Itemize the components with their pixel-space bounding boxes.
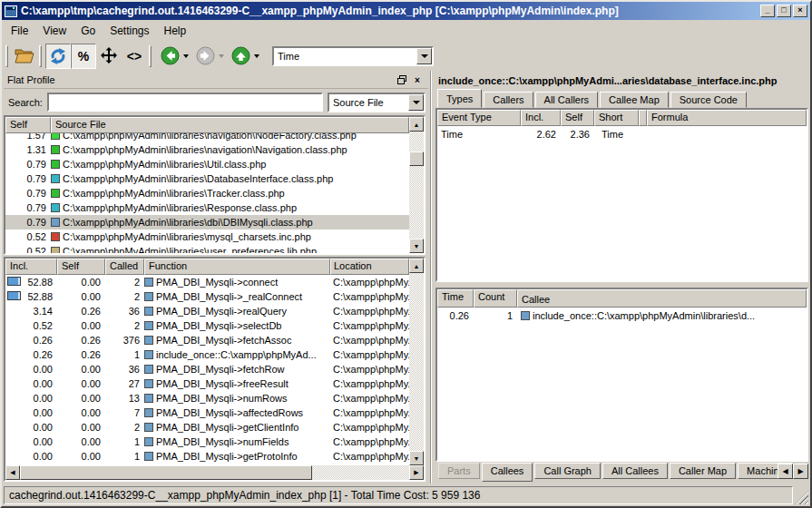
callee-name: include_once::C:\xampp\phpMyAdmin\librar…	[517, 308, 807, 324]
event-type-row[interactable]: Time 2.62 2.36 Time	[437, 126, 807, 142]
column-header-callee[interactable]: Callee	[517, 289, 807, 308]
scroll-down-button[interactable]: ▼	[409, 451, 424, 465]
tab-call-graph[interactable]: Call Graph	[534, 463, 601, 479]
column-header-self[interactable]: Self	[561, 110, 594, 126]
combobox-arrow-button[interactable]	[408, 94, 424, 111]
function-row[interactable]: 0.00 0.00 36 PMA_DBI_Mysqli->fetchRow C:…	[5, 362, 409, 376]
tab-callees[interactable]: Callees	[482, 463, 533, 482]
tab-all-callees[interactable]: All Callees	[602, 463, 668, 479]
tab-all-callers[interactable]: All Callers	[535, 92, 599, 108]
scroll-right-button[interactable]: ▶	[409, 465, 424, 480]
toolbar-grip[interactable]	[39, 45, 42, 67]
file-row[interactable]: 0.79 C:\xampp\phpMyAdmin\libraries\Track…	[5, 186, 409, 200]
function-row[interactable]: 0.00 0.00 2 PMA_DBI_Mysqli->getClientInf…	[5, 420, 409, 435]
file-row[interactable]: 0.52 C:\xampp\phpMyAdmin\libraries\user_…	[5, 244, 409, 253]
function-row[interactable]: 0.00 0.00 1 PMA_DBI_Mysqli->numFields C:…	[5, 435, 409, 449]
column-header-self[interactable]: Self	[5, 117, 51, 133]
column-header-formula[interactable]: Formula	[647, 110, 807, 126]
syscall-hide-button[interactable]: <>	[122, 44, 147, 69]
file-row[interactable]: 1.31 C:\xampp\phpMyAdmin\libraries\navig…	[5, 142, 409, 157]
up-dropdown[interactable]	[254, 54, 259, 61]
file-list-vscrollbar[interactable]: ▲ ▼	[409, 117, 424, 253]
column-header-count[interactable]: Count	[474, 289, 517, 308]
column-header-location[interactable]: Location	[330, 259, 409, 275]
menu-go[interactable]: Go	[73, 22, 103, 40]
function-row[interactable]: 0.00 0.00 27 PMA_DBI_Mysqli->freeResult …	[5, 376, 409, 391]
float-icon	[397, 75, 406, 84]
column-header-short[interactable]: Short	[594, 110, 639, 126]
column-header-spacer[interactable]	[639, 110, 647, 126]
callee-row[interactable]: 0.26 1 include_once::C:\xampp\phpMyAdmin…	[437, 308, 807, 324]
scroll-up-button[interactable]: ▲	[409, 117, 424, 132]
maximize-button[interactable]: □	[777, 5, 791, 17]
group-by-combobox[interactable]: Source File	[328, 93, 426, 112]
scroll-track[interactable]	[312, 465, 409, 480]
forward-dropdown[interactable]	[219, 54, 224, 61]
function-row[interactable]: 0.26 0.26 376 PMA_DBI_Mysqli->fetchAssoc…	[5, 333, 409, 347]
function-row[interactable]: 0.52 0.00 2 PMA_DBI_Mysqli->selectDb C:\…	[5, 318, 409, 333]
scroll-left-button[interactable]: ◀	[5, 465, 20, 480]
column-header-self[interactable]: Self	[57, 259, 105, 275]
cycle-detection-button[interactable]	[45, 44, 71, 69]
file-row[interactable]: 0.79 C:\xampp\phpMyAdmin\libraries\Respo…	[5, 200, 409, 215]
column-header-time[interactable]: Time	[437, 289, 474, 308]
relative-percent-button[interactable]: %	[71, 44, 96, 69]
scroll-thumb[interactable]	[20, 465, 312, 480]
function-name: include_once::C:\xampp\phpMyAd...	[144, 347, 330, 362]
menu-view[interactable]: View	[35, 22, 73, 40]
up-button[interactable]	[228, 44, 253, 69]
function-row[interactable]: 52.88 0.00 2 PMA_DBI_Mysqli->connect C:\…	[5, 275, 409, 289]
column-header-source-file[interactable]: Source File	[51, 117, 409, 133]
column-header-function[interactable]: Function	[144, 259, 330, 275]
function-row[interactable]: 52.88 0.00 2 PMA_DBI_Mysqli->_realConnec…	[5, 289, 409, 304]
search-input[interactable]	[47, 93, 323, 112]
function-row[interactable]: 0.26 0.26 1 include_once::C:\xampp\phpMy…	[5, 347, 409, 362]
column-header-incl[interactable]: Incl.	[5, 259, 57, 275]
file-row-selected[interactable]: 0.79 C:\xampp\phpMyAdmin\libraries\dbi\D…	[5, 215, 409, 230]
tab-callers[interactable]: Callers	[484, 92, 533, 108]
event-type-combobox[interactable]: Time	[272, 46, 434, 66]
spacer-cell	[639, 126, 647, 142]
function-row[interactable]: 0.00 0.00 1 PMA_DBI_Mysqli->getProtoInfo…	[5, 449, 409, 464]
tab-source-code[interactable]: Source Code	[670, 92, 747, 108]
file-row[interactable]: 0.52 C:\xampp\phpMyAdmin\libraries\mysql…	[5, 230, 409, 244]
scroll-track[interactable]	[409, 166, 424, 239]
close-button[interactable]: ×	[793, 5, 807, 17]
menu-file[interactable]: File	[4, 22, 35, 40]
forward-button[interactable]	[192, 44, 218, 69]
column-header-called[interactable]: Called	[105, 259, 144, 275]
file-row[interactable]: 0.79 C:\xampp\phpMyAdmin\libraries\Util.…	[5, 157, 409, 171]
menu-help[interactable]: Help	[157, 22, 194, 40]
tab-scroll-left-button[interactable]: ◀	[778, 464, 793, 479]
dock-close-button[interactable]: ×	[411, 74, 424, 86]
back-dropdown[interactable]	[183, 54, 189, 61]
function-row[interactable]: 3.14 0.26 36 PMA_DBI_Mysqli->realQuery C…	[5, 304, 409, 318]
resize-grip-icon[interactable]	[795, 491, 808, 504]
panel-splitter[interactable]	[428, 71, 435, 484]
toolbar-grip[interactable]	[5, 45, 8, 67]
tab-callee-map[interactable]: Callee Map	[600, 92, 669, 108]
scroll-thumb[interactable]	[409, 151, 424, 166]
back-button[interactable]	[157, 44, 182, 69]
function-table-hscrollbar[interactable]: ◀ ▶	[5, 465, 424, 480]
function-table-vscrollbar[interactable]: ▲ ▼	[409, 259, 424, 465]
tab-scroll-right-button[interactable]: ▶	[793, 464, 808, 479]
file-row[interactable]: 0.79 C:\xampp\phpMyAdmin\libraries\Datab…	[5, 171, 409, 186]
scroll-down-button[interactable]: ▼	[409, 239, 424, 253]
file-row[interactable]: 1.57 C:\xampp\phpMyAdmin\libraries\navig…	[5, 133, 409, 142]
tab-types[interactable]: Types	[437, 89, 482, 108]
scroll-up-button[interactable]: ▲	[409, 259, 424, 273]
column-header-event-type[interactable]: Event Type	[437, 110, 521, 126]
tab-caller-map[interactable]: Caller Map	[670, 463, 736, 479]
combobox-arrow-button[interactable]	[416, 48, 432, 64]
scroll-track[interactable]	[409, 273, 424, 451]
menu-settings[interactable]: Settings	[103, 22, 156, 40]
toolbar-grip[interactable]	[149, 45, 152, 67]
dock-float-button[interactable]	[396, 74, 408, 86]
function-row[interactable]: 0.00 0.00 13 PMA_DBI_Mysqli->numRows C:\…	[5, 391, 409, 405]
expand-areas-button[interactable]	[96, 44, 122, 69]
minimize-button[interactable]: _	[760, 5, 775, 17]
column-header-incl[interactable]: Incl.	[521, 110, 561, 126]
open-file-button[interactable]	[12, 44, 37, 69]
function-row[interactable]: 0.00 0.00 7 PMA_DBI_Mysqli->affectedRows…	[5, 405, 409, 420]
